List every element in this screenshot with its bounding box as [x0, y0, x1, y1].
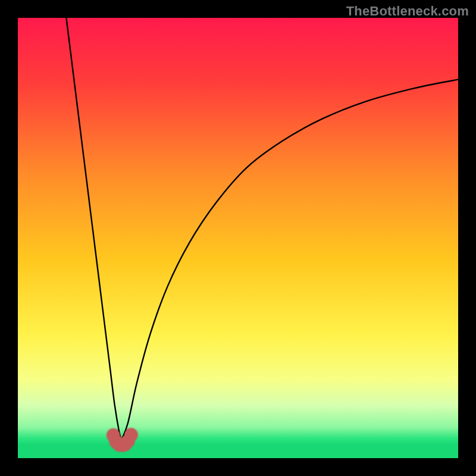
marker-dot	[124, 428, 137, 441]
plot-area	[18, 18, 458, 458]
chart-svg	[18, 18, 458, 458]
gradient-background	[18, 18, 458, 458]
watermark-text: TheBottleneck.com	[346, 4, 469, 19]
chart-frame: TheBottleneck.com	[0, 0, 476, 476]
